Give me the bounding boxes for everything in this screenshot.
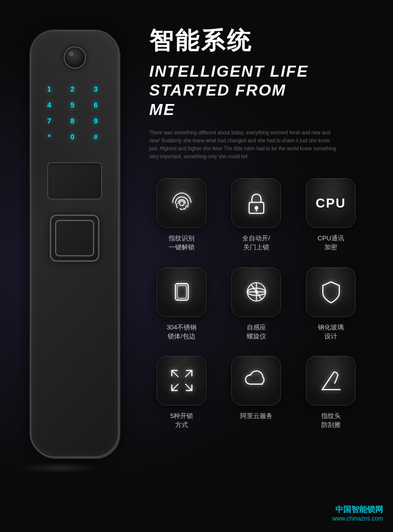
feature-icon-box-steel-body bbox=[157, 267, 206, 317]
camera-sensor bbox=[64, 46, 86, 69]
feature-icon-box-auto-lock bbox=[231, 178, 281, 228]
svg-rect-5 bbox=[177, 286, 186, 299]
svg-line-15 bbox=[172, 384, 178, 391]
title-en-line2: STARTED FROM bbox=[149, 81, 286, 99]
svg-line-12 bbox=[172, 371, 178, 377]
key-8[interactable]: 8 bbox=[66, 115, 80, 126]
feature-item-gyroscope: 自感应螺旋仪 bbox=[224, 267, 289, 341]
card-slot bbox=[47, 162, 102, 200]
key-2[interactable]: 2 bbox=[66, 84, 80, 95]
feature-item-tempered-glass: 钢化玻璃设计 bbox=[298, 267, 363, 341]
feature-icon-box-cpu: CPU bbox=[306, 178, 356, 228]
key-5[interactable]: 5 bbox=[66, 100, 80, 110]
feature-label-steel-body: 304不锈钢锁体/包边 bbox=[167, 323, 197, 341]
key-7[interactable]: 7 bbox=[42, 115, 56, 126]
feature-item-cpu: CPUCPU通讯加密 bbox=[298, 178, 363, 252]
title-chinese: 智能系统 bbox=[149, 25, 378, 57]
lock-shadow bbox=[20, 463, 99, 473]
key-6[interactable]: 6 bbox=[89, 100, 102, 110]
feature-item-fingerprint-tip: 指纹头防刮擦 bbox=[298, 356, 363, 429]
svg-point-0 bbox=[179, 201, 184, 206]
feature-label-fingerprint-tip: 指纹头防刮擦 bbox=[321, 412, 341, 429]
key-#[interactable]: # bbox=[89, 131, 102, 142]
fingerprint-scanner bbox=[50, 214, 99, 262]
description-text: There was something different about toda… bbox=[149, 129, 338, 161]
feature-item-cloud: 阿里云服务 bbox=[224, 356, 289, 429]
feature-label-cloud: 阿里云服务 bbox=[240, 412, 273, 421]
feature-icon-box-five-unlock bbox=[157, 356, 206, 406]
svg-line-14 bbox=[185, 384, 192, 391]
brand-name: 中国智能锁网 bbox=[332, 505, 383, 515]
feature-item-steel-body: 304不锈钢锁体/包边 bbox=[149, 267, 214, 341]
feature-label-tempered-glass: 钢化玻璃设计 bbox=[318, 323, 344, 341]
feature-icon-box-fingerprint bbox=[157, 178, 206, 228]
feature-label-auto-lock: 全自动开/关门上锁 bbox=[242, 234, 270, 252]
feature-item-auto-lock: 全自动开/关门上锁 bbox=[224, 178, 289, 252]
feature-label-five-unlock: 5种开锁方式 bbox=[170, 412, 193, 429]
feature-icon-box-cloud bbox=[231, 356, 281, 406]
title-en-line3: ME bbox=[149, 101, 175, 118]
feature-icon-box-gyroscope bbox=[231, 267, 281, 317]
svg-point-2 bbox=[254, 206, 258, 210]
feature-label-cpu: CPU通讯加密 bbox=[317, 234, 344, 252]
title-en-line1: INTELLIGENT LIFE bbox=[149, 62, 308, 80]
feature-item-fingerprint: 指纹识别一键解锁 bbox=[149, 178, 214, 252]
right-panel: 智能系统 INTELLIGENT LIFE STARTED FROM ME Th… bbox=[149, 25, 378, 429]
key-0[interactable]: 0 bbox=[66, 131, 80, 142]
feature-icon-box-tempered-glass bbox=[306, 267, 356, 317]
key-9[interactable]: 9 bbox=[89, 115, 102, 126]
key-*[interactable]: * bbox=[42, 131, 56, 142]
feature-item-five-unlock: 5种开锁方式 bbox=[149, 356, 214, 429]
website-url: www.chinazns.com bbox=[332, 515, 383, 522]
feature-label-fingerprint: 指纹识别一键解锁 bbox=[169, 234, 195, 252]
feature-icon-box-fingerprint-tip bbox=[306, 356, 356, 406]
svg-line-13 bbox=[185, 371, 192, 377]
keypad: 123456789*0# bbox=[42, 84, 107, 142]
key-1[interactable]: 1 bbox=[42, 84, 56, 95]
features-grid: 指纹识别一键解锁 全自动开/关门上锁CPUCPU通讯加密 304不锈钢锁体/包边… bbox=[149, 178, 378, 429]
lock-device-panel: 123456789*0# bbox=[20, 30, 129, 498]
lock-body: 123456789*0# bbox=[30, 30, 119, 458]
feature-label-gyroscope: 自感应螺旋仪 bbox=[247, 323, 266, 341]
key-4[interactable]: 4 bbox=[42, 100, 56, 110]
footer: 中国智能锁网 www.chinazns.com bbox=[332, 505, 383, 522]
title-english: INTELLIGENT LIFE STARTED FROM ME bbox=[149, 62, 378, 119]
key-3[interactable]: 3 bbox=[89, 84, 102, 95]
cpu-label: CPU bbox=[316, 196, 346, 211]
